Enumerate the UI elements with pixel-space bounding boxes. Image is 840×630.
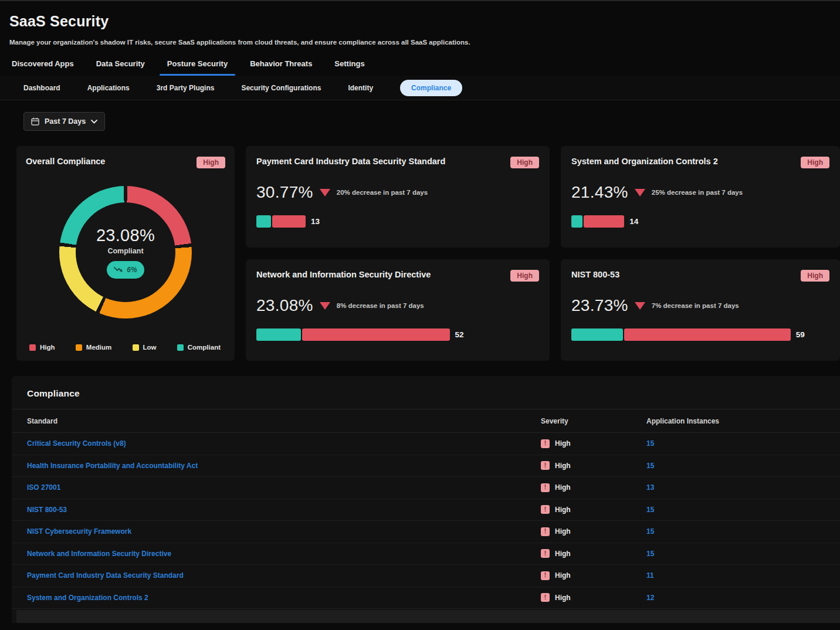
compliance-percentage: 30.77%	[256, 183, 313, 202]
tab-data-security[interactable]: Data Security	[96, 59, 145, 76]
severity-badge: High	[801, 157, 829, 168]
standard-link[interactable]: Health Insurance Portability and Account…	[27, 462, 541, 470]
legend-item-low: Low	[133, 344, 157, 351]
legend-swatch-medium	[76, 344, 82, 351]
severity-exclamation-icon: !	[541, 483, 550, 492]
instance-count: 13	[311, 217, 320, 226]
trend-down-icon	[320, 189, 330, 197]
donut-center: 23.08% Compliant 6%	[76, 202, 175, 302]
compliance-summary-grid: Overall Compliance High 23.08% Compliant…	[16, 146, 840, 361]
legend-swatch-compliant	[177, 344, 184, 351]
standard-link[interactable]: NIST Cybersecurity Framework	[27, 527, 541, 536]
table-row: System and Organization Controls 2!High1…	[12, 587, 840, 609]
column-header-severity: Severity	[541, 417, 646, 425]
table-row: Health Insurance Portability and Account…	[12, 455, 840, 477]
standard-link[interactable]: NIST 800-53	[27, 506, 541, 514]
time-range-dropdown[interactable]: Past 7 Days	[23, 112, 105, 131]
trend-text: 7% decrease in past 7 days	[652, 302, 739, 309]
table-body: Critical Security Controls (v8)!High15He…	[12, 433, 840, 609]
table-row: ISO 27001!High13	[12, 477, 840, 499]
sub-tab-compliance[interactable]: Compliance	[400, 80, 462, 96]
standard-link[interactable]: Critical Security Controls (v8)	[27, 439, 541, 448]
application-instances-link[interactable]: 15	[646, 550, 840, 558]
instance-count: 59	[796, 330, 805, 339]
compliance-percentage: 21.43%	[571, 183, 628, 202]
tab-settings[interactable]: Settings	[334, 59, 364, 76]
sub-tab-bar: DashboardApplications3rd Party PluginsSe…	[0, 76, 840, 100]
page-header: SaaS Security Manage your organization's…	[0, 1, 840, 76]
severity-exclamation-icon: !	[541, 549, 550, 558]
application-instances-link[interactable]: 15	[646, 462, 840, 470]
compliance-label: Compliant	[107, 247, 143, 255]
trend-text: 20% decrease in past 7 days	[337, 189, 428, 196]
sub-tab-security-configurations[interactable]: Security Configurations	[241, 84, 321, 92]
trend-down-icon	[320, 302, 330, 310]
donut-legend: HighMediumLowCompliant	[29, 344, 221, 351]
severity-label: High	[555, 594, 571, 602]
column-header-standard: Standard	[27, 417, 541, 425]
sub-tab-applications[interactable]: Applications	[87, 84, 130, 92]
severity-cell: !High	[541, 549, 646, 558]
standard-link[interactable]: ISO 27001	[27, 483, 541, 492]
card-head: NIST 800-53High	[571, 270, 829, 282]
bar-compliant-segment	[256, 215, 271, 228]
application-instances-link[interactable]: 15	[646, 439, 840, 448]
application-instances-link[interactable]: 15	[646, 527, 840, 536]
card-title: Payment Card Industry Data Security Stan…	[256, 157, 445, 166]
severity-badge: High	[197, 157, 225, 168]
tab-posture-security[interactable]: Posture Security	[167, 59, 228, 76]
legend-item-high: High	[29, 344, 55, 351]
card-head: Network and Information Security Directi…	[256, 270, 539, 282]
tab-behavior-threats[interactable]: Behavior Threats	[250, 59, 312, 76]
active-tab-indicator	[160, 74, 235, 76]
standard-link[interactable]: System and Organization Controls 2	[27, 594, 541, 602]
table-row: NIST 800-53!High15	[12, 499, 840, 521]
main-tab-bar: Discovered AppsData SecurityPosture Secu…	[12, 59, 831, 76]
legend-label: Compliant	[188, 344, 221, 351]
sub-tab-dashboard[interactable]: Dashboard	[23, 84, 60, 92]
compliance-percentage: 23.73%	[571, 296, 628, 315]
table-row: Critical Security Controls (v8)!High15	[12, 433, 840, 455]
standard-link[interactable]: Payment Card Industry Data Security Stan…	[27, 571, 541, 580]
bar-compliant-segment	[571, 328, 623, 341]
application-instances-link[interactable]: 15	[646, 506, 840, 514]
legend-label: High	[40, 344, 55, 351]
compliance-percentage: 23.08%	[256, 296, 313, 315]
page-description: Manage your organization's shadow IT ris…	[9, 39, 831, 46]
standard-card-pci-dss: Payment Card Industry Data Security Stan…	[246, 146, 550, 248]
severity-label: High	[555, 506, 571, 514]
column-header-application-instances: Application Instances	[646, 417, 840, 425]
application-instances-link[interactable]: 11	[646, 571, 840, 580]
severity-label: High	[555, 550, 571, 558]
severity-badge: High	[510, 157, 539, 168]
bar-row: 14	[571, 215, 829, 228]
severity-label: High	[555, 571, 571, 580]
compliance-percentage: 23.08%	[96, 226, 155, 245]
severity-exclamation-icon: !	[541, 527, 550, 536]
card-title: NIST 800-53	[571, 270, 619, 279]
bar-row: 13	[256, 215, 539, 228]
compliance-donut-chart: 23.08% Compliant 6%	[59, 186, 192, 319]
trend-badge: 6%	[107, 261, 144, 279]
severity-exclamation-icon: !	[541, 593, 550, 602]
bar-compliant-segment	[256, 328, 301, 341]
sub-tab-3rd-party-plugins[interactable]: 3rd Party Plugins	[157, 84, 215, 92]
severity-label: High	[555, 439, 571, 448]
value-row: 23.08%8% decrease in past 7 days	[256, 296, 539, 315]
calendar-icon	[31, 117, 39, 126]
trend-text: 25% decrease in past 7 days	[652, 189, 743, 196]
card-title: System and Organization Controls 2	[571, 157, 718, 166]
legend-item-compliant: Compliant	[177, 344, 221, 351]
bar-noncompliant-segment	[584, 215, 624, 228]
severity-cell: !High	[541, 505, 646, 514]
instance-count: 52	[455, 330, 464, 339]
sub-tab-identity[interactable]: Identity	[348, 84, 373, 92]
trend-text: 8% decrease in past 7 days	[337, 302, 424, 309]
severity-label: High	[555, 483, 571, 492]
table-row: NIST Cybersecurity Framework!High15	[12, 521, 840, 543]
application-instances-link[interactable]: 12	[646, 594, 840, 602]
value-row: 21.43%25% decrease in past 7 days	[571, 183, 829, 202]
tab-discovered-apps[interactable]: Discovered Apps	[12, 59, 74, 76]
application-instances-link[interactable]: 13	[646, 483, 840, 492]
standard-link[interactable]: Network and Information Security Directi…	[27, 550, 541, 558]
